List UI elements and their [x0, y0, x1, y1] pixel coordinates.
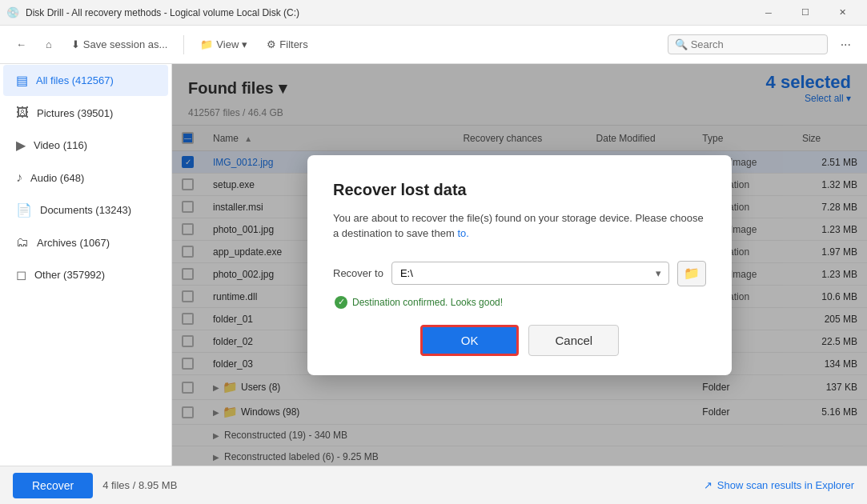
titlebar: 💿 Disk Drill - All recovery methods - Lo… [0, 0, 867, 26]
search-icon: 🔍 [675, 38, 688, 50]
files-info: 4 files / 8.95 MB [102, 479, 177, 491]
checkmark-icon: ✓ [335, 296, 347, 309]
home-button[interactable]: ⌂ [39, 35, 58, 54]
all-files-icon: ▤ [16, 73, 28, 88]
recover-dialog: Recover lost data You are about to recov… [307, 155, 732, 375]
modal-description-text: You are about to recover the file(s) fou… [333, 212, 704, 240]
filters-label: Filters [279, 38, 307, 50]
sidebar-item-label: Other (357992) [34, 269, 105, 281]
sidebar-item-video[interactable]: ▶ Video (116) [3, 130, 168, 161]
sidebar-item-label: Archives (1067) [37, 237, 110, 249]
content-area: Found files ▾ 4 selected Select all ▾ 41… [172, 64, 867, 466]
filter-icon: ⚙ [267, 38, 276, 50]
recover-button[interactable]: Recover [13, 473, 93, 498]
browse-folder-button[interactable]: 📁 [677, 261, 706, 286]
recover-to-wrapper: E:\ [391, 262, 669, 285]
archives-icon: 🗂 [16, 235, 29, 250]
sidebar: ▤ All files (412567) 🖼 Pictures (39501) … [0, 64, 172, 466]
search-input[interactable] [691, 38, 821, 50]
back-icon: ← [16, 38, 26, 50]
close-button[interactable]: ✕ [824, 0, 861, 26]
sidebar-item-all-files[interactable]: ▤ All files (412567) [3, 65, 168, 96]
show-in-explorer-button[interactable]: ↗ Show scan results in Explorer [704, 479, 854, 491]
sidebar-item-audio[interactable]: ♪ Audio (648) [3, 162, 168, 193]
sidebar-item-pictures[interactable]: 🖼 Pictures (39501) [3, 98, 168, 128]
sidebar-item-label: All files (412567) [36, 74, 114, 86]
recover-to-label: Recover to [333, 267, 383, 279]
more-options-button[interactable]: ··· [834, 34, 857, 55]
modal-title: Recover lost data [333, 181, 706, 199]
save-session-button[interactable]: ⬇ Save session as... [65, 35, 175, 54]
sidebar-item-documents[interactable]: 📄 Documents (13243) [3, 194, 168, 226]
modal-overlay: Recover lost data You are about to recov… [172, 64, 867, 466]
view-button[interactable]: 📁 View ▾ [194, 35, 254, 54]
cancel-button[interactable]: Cancel [528, 325, 619, 356]
back-button[interactable]: ← [10, 35, 33, 54]
destination-ok-text: Destination confirmed. Looks good! [352, 297, 503, 308]
toolbar-separator [183, 35, 184, 54]
destination-confirmed-message: ✓ Destination confirmed. Looks good! [333, 296, 706, 309]
download-icon: ⬇ [71, 38, 80, 50]
documents-icon: 📄 [16, 202, 32, 218]
folder-icon: 📁 [200, 38, 213, 50]
modal-description: You are about to recover the file(s) fou… [333, 210, 706, 242]
ok-button[interactable]: OK [420, 325, 520, 356]
explorer-icon: ↗ [704, 479, 712, 491]
explorer-label: Show scan results in Explorer [717, 479, 854, 491]
home-icon: ⌂ [46, 38, 52, 50]
modal-actions: OK Cancel [333, 325, 706, 356]
main-layout: ▤ All files (412567) 🖼 Pictures (39501) … [0, 64, 867, 466]
video-icon: ▶ [16, 138, 26, 153]
folder-browse-icon: 📁 [684, 266, 700, 281]
minimize-button[interactable]: ─ [750, 0, 787, 26]
chevron-down-icon: ▾ [242, 38, 247, 50]
app-icon: 💿 [6, 6, 19, 19]
sidebar-item-label: Pictures (39501) [37, 107, 113, 119]
search-box[interactable]: 🔍 [668, 34, 828, 54]
other-icon: ◻ [16, 267, 26, 282]
maximize-button[interactable]: ☐ [787, 0, 824, 26]
window-controls: ─ ☐ ✕ [750, 0, 861, 26]
pictures-icon: 🖼 [16, 106, 29, 120]
audio-icon: ♪ [16, 170, 22, 185]
save-session-label: Save session as... [83, 38, 168, 50]
window-title: Disk Drill - All recovery methods - Logi… [26, 7, 750, 18]
recover-to-select[interactable]: E:\ [391, 262, 669, 285]
sidebar-item-label: Audio (648) [30, 172, 84, 184]
filters-button[interactable]: ⚙ Filters [260, 35, 314, 54]
sidebar-item-label: Documents (13243) [40, 204, 131, 216]
view-label: View [216, 38, 239, 50]
modal-description-highlight: to. [457, 227, 468, 239]
sidebar-item-label: Video (116) [34, 139, 87, 151]
sidebar-item-other[interactable]: ◻ Other (357992) [3, 259, 168, 290]
bottom-bar: Recover 4 files / 8.95 MB ↗ Show scan re… [0, 466, 867, 504]
sidebar-item-archives[interactable]: 🗂 Archives (1067) [3, 227, 168, 258]
toolbar: ← ⌂ ⬇ Save session as... 📁 View ▾ ⚙ Filt… [0, 26, 867, 64]
recover-to-row: Recover to E:\ 📁 [333, 261, 706, 286]
